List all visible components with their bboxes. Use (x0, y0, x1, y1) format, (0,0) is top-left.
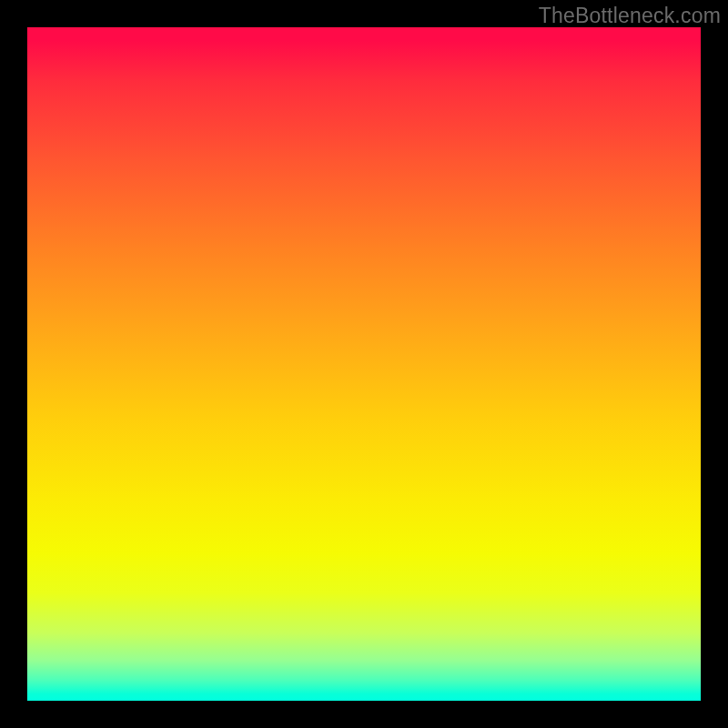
chart-frame: TheBottleneck.com (0, 0, 728, 728)
watermark-text: TheBottleneck.com (539, 4, 721, 28)
plot-area (27, 27, 701, 701)
heat-gradient-background (27, 27, 701, 701)
